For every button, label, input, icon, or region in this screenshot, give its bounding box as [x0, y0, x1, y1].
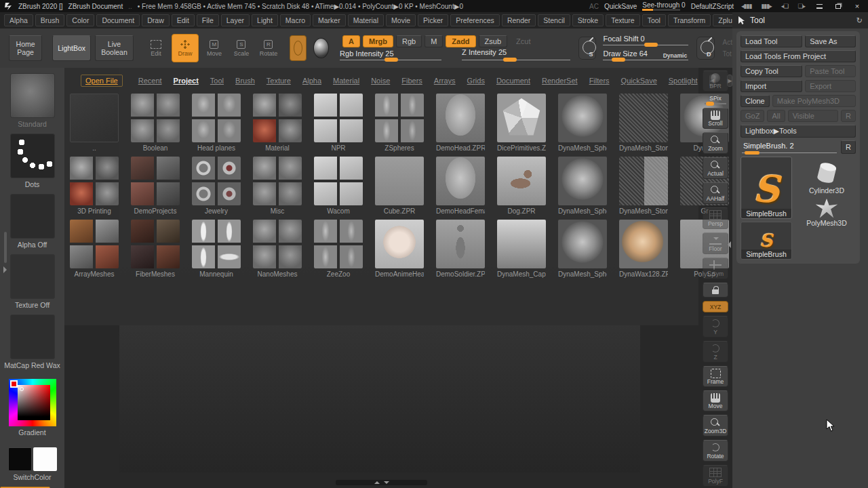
shelf-button[interactable]: XYZ	[703, 301, 728, 312]
color-picker[interactable]: Gradient	[0, 375, 64, 436]
lightbox-tab[interactable]: Arrays	[434, 77, 456, 85]
project-thumbnail[interactable]: ArrayMeshes	[70, 220, 119, 278]
project-thumbnail[interactable]: DemoHeadFema	[436, 157, 485, 215]
lightbox-bottom-divider[interactable]	[336, 480, 427, 485]
stroke-selector[interactable]	[290, 35, 307, 61]
paint-mode-button[interactable]: Zsub	[479, 35, 507, 47]
project-thumbnail[interactable]: DynaMesh_Caps	[497, 220, 546, 278]
gradient-color-picker[interactable]	[9, 379, 56, 426]
project-thumbnail[interactable]: Jewelry	[192, 157, 241, 215]
tablet-bars-right-icon[interactable]: ▮▮▮▸	[759, 3, 773, 9]
project-thumbnail[interactable]: Material	[253, 94, 302, 152]
menu-item[interactable]: Picker	[418, 14, 448, 26]
paint-mode-button[interactable]: Rgb	[396, 35, 422, 47]
tablet-bars-left-icon[interactable]: ◂▮▮▮	[739, 3, 753, 9]
menu-item[interactable]: Light	[252, 14, 278, 26]
zscript-button[interactable]: DefaultZScript	[691, 3, 734, 10]
lightbox-tab[interactable]: Fibers	[401, 77, 422, 85]
import-button[interactable]: Import	[741, 80, 802, 92]
mode-button[interactable]: S Scale	[230, 40, 253, 57]
lightbox-tab[interactable]: Spotlight	[669, 77, 698, 85]
menu-item[interactable]: Draw	[142, 14, 170, 26]
shelf-button[interactable]: Zoom	[703, 132, 728, 154]
current-alpha[interactable]: Alpha Off	[0, 194, 64, 249]
recent-tool-thumbnail[interactable]: S SimpleBrush	[741, 222, 792, 260]
minimize-button[interactable]	[812, 1, 826, 11]
shelf-button[interactable]: Actual	[703, 157, 728, 179]
project-thumbnail[interactable]: ZSpheres	[375, 94, 424, 152]
shelf-button[interactable]: Frame	[703, 366, 728, 387]
current-stroke[interactable]: Dots	[0, 134, 64, 188]
menu-item[interactable]: Tool	[642, 14, 666, 26]
paint-mode-button[interactable]: M	[425, 35, 443, 47]
project-thumbnail[interactable]: DemoSoldier.ZPR	[436, 220, 485, 278]
r-export-button[interactable]: R	[841, 110, 856, 122]
live-boolean-button[interactable]: Live Boolean	[95, 35, 134, 61]
export-button[interactable]: Export	[805, 80, 856, 92]
secondary-color-swatch[interactable]	[33, 447, 57, 471]
lightbox-tab[interactable]: Grids	[467, 77, 485, 85]
polymesh3d-tool[interactable]: PolyMesh3D	[797, 199, 856, 227]
project-thumbnail[interactable]: 3D Printing	[70, 157, 119, 215]
rgb-intensity-slider[interactable]: Rgb Intensity 25	[340, 49, 441, 62]
material-selector[interactable]	[313, 38, 329, 58]
clone-button[interactable]: Clone	[741, 95, 770, 107]
menu-item[interactable]: Layer	[221, 14, 250, 26]
shelf-button[interactable]: Y	[703, 316, 728, 338]
shelf-button[interactable]: SPix	[703, 95, 728, 104]
lightbox-tab[interactable]: Document	[496, 77, 530, 85]
lightbox-tab[interactable]: Texture	[267, 77, 291, 85]
menu-item[interactable]: Texture	[606, 14, 639, 26]
lightbox-tools-button[interactable]: Lightbox▶Tools	[741, 125, 856, 138]
home-page-button[interactable]: Home Page	[9, 35, 42, 61]
project-thumbnail[interactable]: DemoHead.ZPR	[436, 94, 485, 152]
rgb-intensity-handle[interactable]	[384, 58, 398, 62]
lightbox-tab[interactable]: Project	[174, 77, 199, 85]
project-thumbnail[interactable]: DemoAnimeHea	[375, 220, 424, 278]
lightbox-tab[interactable]: QuickSave	[621, 77, 657, 85]
lightbox-tab[interactable]: Tool	[210, 77, 224, 85]
paint-mode-button[interactable]: Zadd	[446, 35, 475, 47]
shelf-button[interactable]: BPR	[703, 70, 728, 92]
menu-item[interactable]: Movie	[386, 14, 416, 26]
menu-item[interactable]: Color	[66, 14, 94, 26]
main-color-swatch[interactable]	[8, 447, 32, 471]
draw-size-slider[interactable]: Draw Size 64 Dynamic	[603, 49, 688, 62]
menu-item[interactable]: File	[197, 14, 219, 26]
project-thumbnail[interactable]: ZeeZoo	[314, 220, 363, 278]
menu-item[interactable]: Preferences	[450, 14, 500, 26]
menu-item[interactable]: Edit	[172, 14, 195, 26]
current-brush[interactable]: Standard	[0, 73, 64, 128]
project-thumbnail[interactable]: DynaMesh_Stone	[619, 157, 668, 215]
load-tool-button[interactable]: Load Tool	[741, 35, 802, 47]
project-thumbnail[interactable]: DemoProjects	[131, 157, 180, 215]
draw-size-handle[interactable]	[612, 58, 625, 62]
current-texture[interactable]: Texture Off	[0, 254, 64, 309]
lightbox-tab[interactable]: Material	[333, 77, 359, 85]
lightbox-tab[interactable]: Alpha	[302, 77, 321, 85]
project-thumbnail[interactable]: DynaMesh_Spher	[558, 220, 607, 278]
project-thumbnail[interactable]: NPR	[314, 94, 363, 152]
shelf-button[interactable]: Rotate	[703, 440, 728, 462]
lightbox-tab[interactable]: RenderSet	[542, 77, 578, 85]
paste-doc-icon[interactable]: ❏▸	[795, 3, 807, 9]
shelf-button[interactable]	[703, 283, 728, 298]
project-thumbnail[interactable]: FiberMeshes	[131, 220, 180, 278]
menu-item[interactable]: Transform	[668, 14, 711, 26]
mode-button[interactable]: Draw	[172, 34, 199, 62]
menu-item[interactable]: Alpha	[4, 14, 33, 26]
paint-mode-button[interactable]: Mrgb	[363, 35, 393, 47]
dynamic-mode-button[interactable]: D	[696, 37, 714, 60]
mode-button[interactable]: R Rotate	[257, 40, 280, 57]
menu-item[interactable]: Brush	[35, 14, 64, 26]
mode-button[interactable]: M Move	[203, 40, 226, 57]
project-thumbnail[interactable]: Dog.ZPR	[497, 157, 546, 215]
close-button[interactable]: ×	[850, 1, 864, 11]
lightbox-tab[interactable]: Brush	[235, 77, 255, 85]
project-thumbnail[interactable]: Wacom	[314, 157, 363, 215]
focal-shift-handle[interactable]	[644, 43, 658, 47]
menu-item[interactable]: Marker	[313, 14, 346, 26]
visible-button[interactable]: Visible	[788, 110, 838, 122]
menu-item[interactable]: Stroke	[572, 14, 604, 26]
copy-doc-icon[interactable]: ◂❏	[779, 3, 791, 9]
